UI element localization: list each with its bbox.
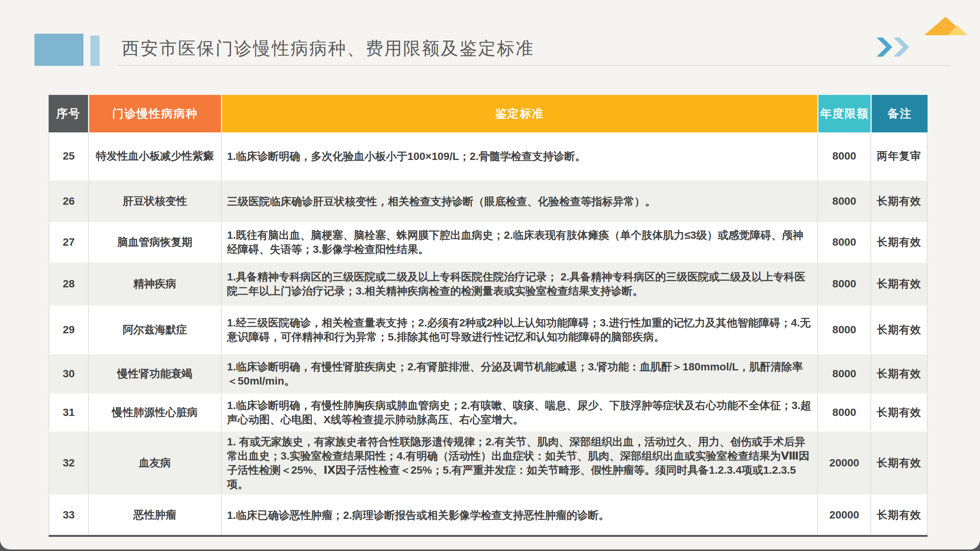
table-row: 31 慢性肺源性心脏病 1.临床诊断明确，有慢性肺胸疾病或肺血管病史；2.有咳嗽… xyxy=(49,393,928,431)
table-row: 25 特发性血小板减少性紫癜 1.临床诊断明确，多次化验血小板小于100×109… xyxy=(49,132,928,180)
note-cell: 长期有效 xyxy=(871,495,928,535)
table-body: 25 特发性血小板减少性紫癜 1.临床诊断明确，多次化验血小板小于100×109… xyxy=(49,132,928,535)
row-number-cell: 33 xyxy=(49,495,88,535)
standard-cell: 1.经三级医院确诊，相关检查量表支持；2.必须有2种或2种以上认知功能障碍；3.… xyxy=(221,306,817,354)
title-accent-square xyxy=(34,34,83,66)
standard-cell: 1. 有或无家族史，有家族史者符合性联隐形遗传规律；2.有关节、肌肉、深部组织出… xyxy=(221,432,817,494)
standard-cell: 1.既往有脑出血、脑梗塞、脑栓塞、蛛网膜下腔出血病史；2.临床表现有肢体瘫痪（单… xyxy=(221,223,817,262)
disease-cell: 慢性肾功能衰竭 xyxy=(88,354,221,393)
standard-cell: 1.临床诊断明确，多次化验血小板小于100×109/L；2.骨髓学检查支持诊断。 xyxy=(221,132,817,180)
disease-cell: 血友病 xyxy=(88,432,221,494)
table-row: 32 血友病 1. 有或无家族史，有家族史者符合性联隐形遗传规律；2.有关节、肌… xyxy=(49,431,928,494)
table-row: 29 阿尔兹海默症 1.经三级医院确诊，相关检查量表支持；2.必须有2种或2种以… xyxy=(49,305,928,354)
note-cell: 长期有效 xyxy=(871,223,928,262)
standard-text: 1.具备精神专科病区的三级医院或二级及以上专科医院住院治疗记录； 2.具备精神专… xyxy=(222,267,817,301)
limit-cell: 8000 xyxy=(817,223,871,262)
standard-text: 1.经三级医院确诊，相关检查量表支持；2.必须有2种或2种以上认知功能障碍；3.… xyxy=(222,313,817,347)
row-number-cell: 31 xyxy=(49,394,88,431)
standard-cell: 三级医院临床确诊肝豆状核变性，相关检查支持诊断（眼底检查、化验检查等指标异常）。 xyxy=(221,181,817,222)
standard-cell: 1.具备精神专科病区的三级医院或二级及以上专科医院住院治疗记录； 2.具备精神专… xyxy=(221,262,817,305)
note-cell: 两年复审 xyxy=(871,132,928,180)
limit-cell: 8000 xyxy=(817,132,871,180)
chronic-disease-table: 序号 门诊慢性病病种 鉴定标准 年度限额 备注 25 特发性血小板减少性紫癜 1… xyxy=(49,95,928,537)
note-cell: 长期有效 xyxy=(871,432,928,494)
disease-cell: 恶性肿瘤 xyxy=(88,495,221,535)
disease-cell: 阿尔兹海默症 xyxy=(88,306,221,354)
limit-cell: 8000 xyxy=(817,306,871,354)
page-title: 西安市医保门诊慢性病病种、费用限额及鉴定标准 xyxy=(122,36,534,60)
limit-cell: 8000 xyxy=(817,354,871,393)
table-row: 27 脑血管病恢复期 1.既往有脑出血、脑梗塞、脑栓塞、蛛网膜下腔出血病史；2.… xyxy=(49,222,928,262)
disease-cell: 慢性肺源性心脏病 xyxy=(88,394,221,431)
title-divider xyxy=(119,65,951,66)
row-number-cell: 25 xyxy=(49,132,88,180)
row-number-cell: 32 xyxy=(49,432,88,494)
standard-text: 1.临床诊断明确，有慢性肺胸疾病或肺血管病史；2.有咳嗽、咳痰、喘息、尿少、下肢… xyxy=(222,395,817,430)
limit-cell: 8000 xyxy=(817,394,871,431)
limit-cell: 8000 xyxy=(817,181,871,222)
table-row: 33 恶性肿瘤 1.临床已确诊恶性肿瘤；2.病理诊断报告或相关影像学检查支持恶性… xyxy=(49,494,928,535)
row-number-cell: 29 xyxy=(49,306,88,354)
header-disease: 门诊慢性病病种 xyxy=(88,95,221,132)
standard-text: 三级医院临床确诊肝豆状核变性，相关检查支持诊断（眼底检查、化验检查等指标异常）。 xyxy=(222,191,661,212)
standard-cell: 1.临床诊断明确，有慢性肾脏疾病史；2.有肾脏排泄、分泌及调节机能减退；3.肾功… xyxy=(221,354,817,393)
table-row: 30 慢性肾功能衰竭 1.临床诊断明确，有慢性肾脏疾病史；2.有肾脏排泄、分泌及… xyxy=(49,354,928,393)
disease-cell: 肝豆状核变性 xyxy=(88,181,221,222)
row-number-cell: 27 xyxy=(49,223,88,262)
table-header-row: 序号 门诊慢性病病种 鉴定标准 年度限额 备注 xyxy=(49,95,928,132)
disease-cell: 精神疾病 xyxy=(88,262,221,305)
header-standard: 鉴定标准 xyxy=(221,95,817,132)
note-cell: 长期有效 xyxy=(871,394,928,431)
disease-cell: 脑血管病恢复期 xyxy=(88,223,221,262)
table-row: 28 精神疾病 1.具备精神专科病区的三级医院或二级及以上专科医院住院治疗记录；… xyxy=(49,262,928,305)
standard-text: 1. 有或无家族史，有家族史者符合性联隐形遗传规律；2.有关节、肌肉、深部组织出… xyxy=(222,432,817,494)
standard-cell: 1.临床诊断明确，有慢性肺胸疾病或肺血管病史；2.有咳嗽、咳痰、喘息、尿少、下肢… xyxy=(221,394,817,431)
title-accent-bar xyxy=(90,36,100,66)
row-number-cell: 30 xyxy=(49,354,88,393)
double-chevron-icon xyxy=(877,37,910,57)
limit-cell: 8000 xyxy=(817,262,871,305)
standard-text: 1.临床已确诊恶性肿瘤；2.病理诊断报告或相关影像学检查支持恶性肿瘤的诊断。 xyxy=(222,505,615,525)
header-seq: 序号 xyxy=(49,95,88,132)
limit-cell: 20000 xyxy=(817,432,871,494)
disease-cell: 特发性血小板减少性紫癜 xyxy=(88,132,221,180)
header-limit: 年度限额 xyxy=(817,95,871,132)
slide: 西安市医保门诊慢性病病种、费用限额及鉴定标准 序号 门诊慢性病病种 鉴定标准 年… xyxy=(0,0,980,549)
row-number-cell: 26 xyxy=(49,181,88,222)
note-cell: 长期有效 xyxy=(871,181,928,222)
header-note: 备注 xyxy=(871,95,928,132)
mountain-icon xyxy=(924,17,968,35)
standard-text: 1.临床诊断明确，多次化验血小板小于100×109/L；2.骨髓学检查支持诊断。 xyxy=(222,146,591,166)
standard-text: 1.临床诊断明确，有慢性肾脏疾病史；2.有肾脏排泄、分泌及调节机能减退；3.肾功… xyxy=(222,357,817,391)
note-cell: 长期有效 xyxy=(871,306,928,354)
standard-cell: 1.临床已确诊恶性肿瘤；2.病理诊断报告或相关影像学检查支持恶性肿瘤的诊断。 xyxy=(221,495,817,535)
note-cell: 长期有效 xyxy=(871,354,928,393)
limit-cell: 20000 xyxy=(817,495,871,535)
standard-text: 1.既往有脑出血、脑梗塞、脑栓塞、蛛网膜下腔出血病史；2.临床表现有肢体瘫痪（单… xyxy=(222,225,817,259)
note-cell: 长期有效 xyxy=(871,262,928,305)
table-row: 26 肝豆状核变性 三级医院临床确诊肝豆状核变性，相关检查支持诊断（眼底检查、化… xyxy=(49,180,928,222)
row-number-cell: 28 xyxy=(49,262,88,305)
